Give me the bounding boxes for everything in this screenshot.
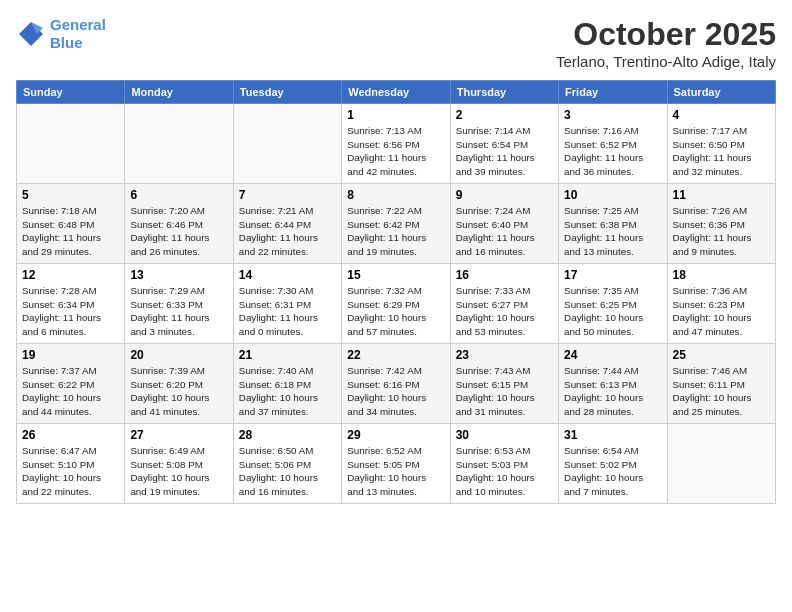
- logo: General Blue: [16, 16, 106, 52]
- day-info: Sunrise: 7:36 AMSunset: 6:23 PMDaylight:…: [673, 284, 770, 339]
- day-number: 15: [347, 268, 444, 282]
- day-info: Sunrise: 7:25 AMSunset: 6:38 PMDaylight:…: [564, 204, 661, 259]
- day-number: 1: [347, 108, 444, 122]
- day-header-monday: Monday: [125, 81, 233, 104]
- day-cell: [17, 104, 125, 184]
- day-number: 31: [564, 428, 661, 442]
- day-number: 10: [564, 188, 661, 202]
- day-number: 14: [239, 268, 336, 282]
- day-cell: [667, 424, 775, 504]
- day-number: 5: [22, 188, 119, 202]
- day-cell: 25Sunrise: 7:46 AMSunset: 6:11 PMDayligh…: [667, 344, 775, 424]
- week-row-1: 1Sunrise: 7:13 AMSunset: 6:56 PMDaylight…: [17, 104, 776, 184]
- day-cell: 21Sunrise: 7:40 AMSunset: 6:18 PMDayligh…: [233, 344, 341, 424]
- day-number: 4: [673, 108, 770, 122]
- day-info: Sunrise: 7:28 AMSunset: 6:34 PMDaylight:…: [22, 284, 119, 339]
- day-cell: 10Sunrise: 7:25 AMSunset: 6:38 PMDayligh…: [559, 184, 667, 264]
- week-row-5: 26Sunrise: 6:47 AMSunset: 5:10 PMDayligh…: [17, 424, 776, 504]
- week-row-3: 12Sunrise: 7:28 AMSunset: 6:34 PMDayligh…: [17, 264, 776, 344]
- day-info: Sunrise: 7:42 AMSunset: 6:16 PMDaylight:…: [347, 364, 444, 419]
- day-cell: 6Sunrise: 7:20 AMSunset: 6:46 PMDaylight…: [125, 184, 233, 264]
- day-info: Sunrise: 7:32 AMSunset: 6:29 PMDaylight:…: [347, 284, 444, 339]
- day-number: 24: [564, 348, 661, 362]
- day-cell: 23Sunrise: 7:43 AMSunset: 6:15 PMDayligh…: [450, 344, 558, 424]
- day-cell: 24Sunrise: 7:44 AMSunset: 6:13 PMDayligh…: [559, 344, 667, 424]
- day-number: 13: [130, 268, 227, 282]
- day-number: 29: [347, 428, 444, 442]
- day-cell: 28Sunrise: 6:50 AMSunset: 5:06 PMDayligh…: [233, 424, 341, 504]
- day-cell: 7Sunrise: 7:21 AMSunset: 6:44 PMDaylight…: [233, 184, 341, 264]
- day-cell: 30Sunrise: 6:53 AMSunset: 5:03 PMDayligh…: [450, 424, 558, 504]
- day-cell: 26Sunrise: 6:47 AMSunset: 5:10 PMDayligh…: [17, 424, 125, 504]
- day-number: 20: [130, 348, 227, 362]
- day-header-friday: Friday: [559, 81, 667, 104]
- day-info: Sunrise: 7:29 AMSunset: 6:33 PMDaylight:…: [130, 284, 227, 339]
- week-row-4: 19Sunrise: 7:37 AMSunset: 6:22 PMDayligh…: [17, 344, 776, 424]
- day-number: 11: [673, 188, 770, 202]
- day-info: Sunrise: 7:14 AMSunset: 6:54 PMDaylight:…: [456, 124, 553, 179]
- day-info: Sunrise: 7:21 AMSunset: 6:44 PMDaylight:…: [239, 204, 336, 259]
- header: General Blue October 2025 Terlano, Trent…: [16, 16, 776, 70]
- logo-icon: [16, 19, 46, 49]
- day-number: 9: [456, 188, 553, 202]
- day-cell: 20Sunrise: 7:39 AMSunset: 6:20 PMDayligh…: [125, 344, 233, 424]
- day-info: Sunrise: 6:49 AMSunset: 5:08 PMDaylight:…: [130, 444, 227, 499]
- day-info: Sunrise: 7:46 AMSunset: 6:11 PMDaylight:…: [673, 364, 770, 419]
- day-number: 26: [22, 428, 119, 442]
- svg-marker-0: [19, 22, 43, 46]
- day-cell: 3Sunrise: 7:16 AMSunset: 6:52 PMDaylight…: [559, 104, 667, 184]
- day-number: 16: [456, 268, 553, 282]
- day-cell: 27Sunrise: 6:49 AMSunset: 5:08 PMDayligh…: [125, 424, 233, 504]
- day-cell: 31Sunrise: 6:54 AMSunset: 5:02 PMDayligh…: [559, 424, 667, 504]
- day-info: Sunrise: 7:37 AMSunset: 6:22 PMDaylight:…: [22, 364, 119, 419]
- logo-line1: General: [50, 16, 106, 33]
- day-info: Sunrise: 7:16 AMSunset: 6:52 PMDaylight:…: [564, 124, 661, 179]
- day-info: Sunrise: 7:24 AMSunset: 6:40 PMDaylight:…: [456, 204, 553, 259]
- day-number: 25: [673, 348, 770, 362]
- day-info: Sunrise: 7:26 AMSunset: 6:36 PMDaylight:…: [673, 204, 770, 259]
- day-number: 21: [239, 348, 336, 362]
- day-cell: 29Sunrise: 6:52 AMSunset: 5:05 PMDayligh…: [342, 424, 450, 504]
- day-cell: [233, 104, 341, 184]
- day-number: 17: [564, 268, 661, 282]
- day-cell: 13Sunrise: 7:29 AMSunset: 6:33 PMDayligh…: [125, 264, 233, 344]
- day-number: 8: [347, 188, 444, 202]
- day-number: 19: [22, 348, 119, 362]
- logo-text: General Blue: [50, 16, 106, 52]
- day-header-thursday: Thursday: [450, 81, 558, 104]
- day-info: Sunrise: 7:17 AMSunset: 6:50 PMDaylight:…: [673, 124, 770, 179]
- day-number: 6: [130, 188, 227, 202]
- day-info: Sunrise: 7:40 AMSunset: 6:18 PMDaylight:…: [239, 364, 336, 419]
- day-info: Sunrise: 7:43 AMSunset: 6:15 PMDaylight:…: [456, 364, 553, 419]
- day-cell: [125, 104, 233, 184]
- day-cell: 16Sunrise: 7:33 AMSunset: 6:27 PMDayligh…: [450, 264, 558, 344]
- day-header-saturday: Saturday: [667, 81, 775, 104]
- day-cell: 15Sunrise: 7:32 AMSunset: 6:29 PMDayligh…: [342, 264, 450, 344]
- day-cell: 5Sunrise: 7:18 AMSunset: 6:48 PMDaylight…: [17, 184, 125, 264]
- location-title: Terlano, Trentino-Alto Adige, Italy: [556, 53, 776, 70]
- day-info: Sunrise: 7:20 AMSunset: 6:46 PMDaylight:…: [130, 204, 227, 259]
- calendar-table: SundayMondayTuesdayWednesdayThursdayFrid…: [16, 80, 776, 504]
- day-number: 12: [22, 268, 119, 282]
- week-row-2: 5Sunrise: 7:18 AMSunset: 6:48 PMDaylight…: [17, 184, 776, 264]
- day-headers: SundayMondayTuesdayWednesdayThursdayFrid…: [17, 81, 776, 104]
- day-number: 28: [239, 428, 336, 442]
- day-number: 23: [456, 348, 553, 362]
- day-number: 18: [673, 268, 770, 282]
- day-info: Sunrise: 7:39 AMSunset: 6:20 PMDaylight:…: [130, 364, 227, 419]
- day-header-wednesday: Wednesday: [342, 81, 450, 104]
- day-header-sunday: Sunday: [17, 81, 125, 104]
- day-info: Sunrise: 7:30 AMSunset: 6:31 PMDaylight:…: [239, 284, 336, 339]
- day-cell: 19Sunrise: 7:37 AMSunset: 6:22 PMDayligh…: [17, 344, 125, 424]
- title-area: October 2025 Terlano, Trentino-Alto Adig…: [556, 16, 776, 70]
- day-info: Sunrise: 7:22 AMSunset: 6:42 PMDaylight:…: [347, 204, 444, 259]
- day-number: 2: [456, 108, 553, 122]
- day-number: 22: [347, 348, 444, 362]
- day-info: Sunrise: 6:52 AMSunset: 5:05 PMDaylight:…: [347, 444, 444, 499]
- day-info: Sunrise: 7:44 AMSunset: 6:13 PMDaylight:…: [564, 364, 661, 419]
- day-number: 3: [564, 108, 661, 122]
- day-number: 7: [239, 188, 336, 202]
- day-info: Sunrise: 7:33 AMSunset: 6:27 PMDaylight:…: [456, 284, 553, 339]
- day-info: Sunrise: 6:54 AMSunset: 5:02 PMDaylight:…: [564, 444, 661, 499]
- day-cell: 11Sunrise: 7:26 AMSunset: 6:36 PMDayligh…: [667, 184, 775, 264]
